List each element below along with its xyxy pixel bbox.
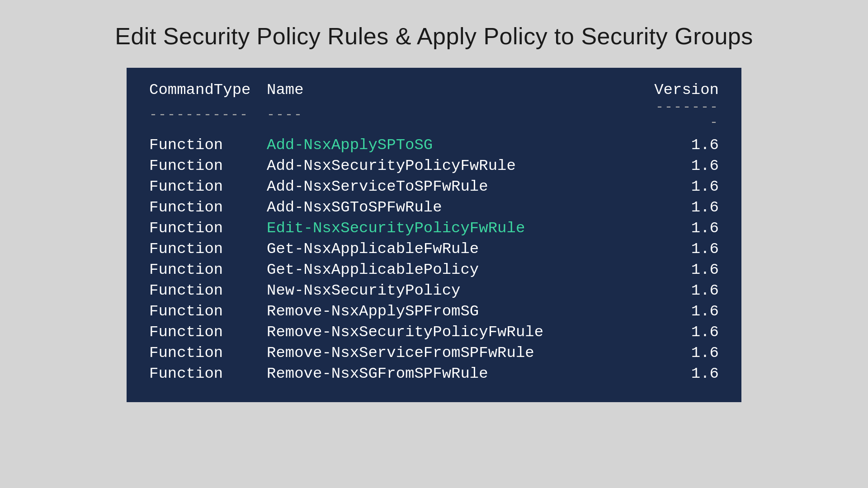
cell-version: 1.6 bbox=[654, 135, 719, 155]
table-row: FunctionAdd-NsxServiceToSPFwRule1.6 bbox=[149, 176, 719, 197]
table-row: FunctionNew-NsxSecurityPolicy1.6 bbox=[149, 280, 719, 301]
table-row: FunctionAdd-NsxApplySPToSG1.6 bbox=[149, 135, 719, 155]
cell-version: 1.6 bbox=[654, 322, 719, 343]
col-sep-commandtype: ----------- bbox=[149, 99, 267, 135]
table-row: FunctionGet-NsxApplicablePolicy1.6 bbox=[149, 259, 719, 280]
col-header-commandtype: CommandType bbox=[149, 81, 267, 99]
cell-version: 1.6 bbox=[654, 280, 719, 301]
page-title: Edit Security Policy Rules & Apply Polic… bbox=[115, 23, 753, 50]
table-row: FunctionRemove-NsxSecurityPolicyFwRule1.… bbox=[149, 322, 719, 343]
command-table: CommandType Name Version ----------- ---… bbox=[149, 81, 719, 384]
cell-version: 1.6 bbox=[654, 176, 719, 197]
table-row: FunctionRemove-NsxSGFromSPFwRule1.6 bbox=[149, 363, 719, 384]
cell-name: Get-NsxApplicablePolicy bbox=[267, 259, 654, 280]
cell-name: Add-NsxSecurityPolicyFwRule bbox=[267, 155, 654, 176]
col-header-version: Version bbox=[654, 81, 719, 99]
cell-name: Remove-NsxSGFromSPFwRule bbox=[267, 363, 654, 384]
cell-name: Remove-NsxApplySPFromSG bbox=[267, 301, 654, 322]
table-row: FunctionAdd-NsxSecurityPolicyFwRule1.6 bbox=[149, 155, 719, 176]
table-row: FunctionAdd-NsxSGToSPFwRule1.6 bbox=[149, 197, 719, 218]
cell-version: 1.6 bbox=[654, 343, 719, 363]
cell-commandtype: Function bbox=[149, 343, 267, 363]
cell-commandtype: Function bbox=[149, 197, 267, 218]
cell-version: 1.6 bbox=[654, 259, 719, 280]
cell-commandtype: Function bbox=[149, 363, 267, 384]
cell-version: 1.6 bbox=[654, 301, 719, 322]
col-sep-name: ---- bbox=[267, 99, 654, 135]
cell-version: 1.6 bbox=[654, 155, 719, 176]
cell-commandtype: Function bbox=[149, 259, 267, 280]
col-header-name: Name bbox=[267, 81, 654, 99]
col-sep-version: -------- bbox=[654, 99, 719, 135]
cell-version: 1.6 bbox=[654, 239, 719, 259]
cell-name: Add-NsxSGToSPFwRule bbox=[267, 197, 654, 218]
terminal-container: CommandType Name Version ----------- ---… bbox=[127, 68, 741, 402]
cell-commandtype: Function bbox=[149, 301, 267, 322]
cell-name: Get-NsxApplicableFwRule bbox=[267, 239, 654, 259]
cell-version: 1.6 bbox=[654, 197, 719, 218]
cell-commandtype: Function bbox=[149, 218, 267, 239]
cell-commandtype: Function bbox=[149, 239, 267, 259]
table-row: FunctionEdit-NsxSecurityPolicyFwRule1.6 bbox=[149, 218, 719, 239]
table-row: FunctionRemove-NsxServiceFromSPFwRule1.6 bbox=[149, 343, 719, 363]
table-row: FunctionRemove-NsxApplySPFromSG1.6 bbox=[149, 301, 719, 322]
cell-name: Remove-NsxSecurityPolicyFwRule bbox=[267, 322, 654, 343]
cell-commandtype: Function bbox=[149, 135, 267, 155]
cell-commandtype: Function bbox=[149, 322, 267, 343]
cell-version: 1.6 bbox=[654, 363, 719, 384]
cell-name: Add-NsxApplySPToSG bbox=[267, 135, 654, 155]
cell-name: Edit-NsxSecurityPolicyFwRule bbox=[267, 218, 654, 239]
cell-commandtype: Function bbox=[149, 280, 267, 301]
table-row: FunctionGet-NsxApplicableFwRule1.6 bbox=[149, 239, 719, 259]
cell-name: New-NsxSecurityPolicy bbox=[267, 280, 654, 301]
cell-commandtype: Function bbox=[149, 176, 267, 197]
cell-version: 1.6 bbox=[654, 218, 719, 239]
cell-commandtype: Function bbox=[149, 155, 267, 176]
cell-name: Remove-NsxServiceFromSPFwRule bbox=[267, 343, 654, 363]
cell-name: Add-NsxServiceToSPFwRule bbox=[267, 176, 654, 197]
